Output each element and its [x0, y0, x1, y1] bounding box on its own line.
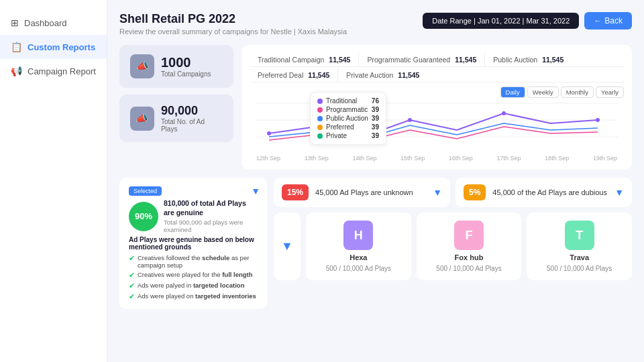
header-right: Date Range | Jan 01, 2022 | Mar 31, 2022… — [423, 12, 632, 29]
filter-monthly[interactable]: Monthly — [561, 86, 594, 98]
selected-badge: Selected — [129, 186, 162, 196]
x-axis-labels: 12th Sep 13th Sep 14th Sep 15th Sep 16th… — [250, 155, 624, 162]
publisher-card-hexa: H Hexa 500 / 10,000 Ad Plays — [306, 213, 411, 280]
sidebar-item-campaign-report[interactable]: 📢 Campaign Report — [0, 59, 107, 83]
sidebar-item-custom-reports[interactable]: 📋 Custom Reports — [0, 35, 107, 59]
reason-2: ✔ Creatives were played for the full len… — [129, 271, 258, 280]
dropdown-arrow-publishers[interactable]: ▼ — [281, 239, 293, 253]
chart-tab-preferred[interactable]: Preferred Deal 11,545 — [250, 68, 338, 82]
dubious-card: 5% 45,000 of the Ad Plays are dubious ▼ — [455, 178, 632, 207]
legend-traditional: Traditional 76 — [317, 97, 379, 105]
check-icon-3: ✔ — [129, 282, 135, 290]
top-section: 📣 1000 Total Campaigns 📣 90,000 Total No… — [119, 45, 632, 170]
adplays-label: Total No. of Ad Plays — [161, 118, 223, 133]
sidebar-item-dashboard[interactable]: ⊞ Dashboard — [0, 11, 107, 35]
right-sub-column: 15% 45,000 Ad Plays are unknown ▼ 5% 45,… — [274, 178, 632, 309]
foxhub-plays: 500 / 10,000 Ad Plays — [436, 265, 501, 272]
legend-public-auction: Public Auction 39 — [317, 115, 379, 122]
reason-4: ✔ Ads were played on targeted inventorie… — [129, 292, 258, 301]
custom-reports-icon: 📋 — [11, 42, 22, 52]
dubious-text: 45,000 of the Ad Plays are dubious — [492, 188, 608, 196]
stat-card-adplays: 📣 90,000 Total No. of Ad Plays — [119, 95, 233, 142]
chart-tab-traditional[interactable]: Traditional Campaign 11,545 — [250, 53, 359, 66]
foxhub-name: Fox hub — [455, 253, 484, 261]
header-left: Shell Retail PG 2022 Review the overall … — [119, 12, 347, 36]
genuine-info: 810,000 of total Ad Plays are genuine To… — [164, 199, 258, 233]
trava-avatar: T — [565, 221, 594, 250]
metrics-row: 15% 45,000 Ad Plays are unknown ▼ 5% 45,… — [274, 178, 632, 207]
hexa-name: Hexa — [350, 253, 367, 261]
dubious-pct-badge: 5% — [464, 184, 486, 200]
main-content: Shell Retail PG 2022 Review the overall … — [107, 0, 644, 362]
adplays-value: 90,000 — [161, 104, 223, 118]
unknown-text: 45,000 Ad Plays are unknown — [315, 188, 426, 196]
svg-point-3 — [267, 131, 271, 135]
chart-tabs-row2: Preferred Deal 11,545 Private Auction 11… — [250, 68, 624, 82]
chart-tabs-row1: Traditional Campaign 11,545 Programmatic… — [250, 53, 624, 67]
dashboard-icon: ⊞ — [11, 17, 19, 28]
reasons-section: Ad Plays were genuine based on below men… — [129, 236, 258, 301]
publisher-card-trava: T Trava 500 / 10,000 Ad Plays — [527, 213, 632, 280]
check-icon-2: ✔ — [129, 271, 135, 280]
campaigns-label: Total Campaigns — [161, 70, 211, 78]
genuine-pct-circle: 90% — [129, 202, 158, 231]
campaign-report-icon: 📢 — [11, 66, 22, 76]
filter-yearly[interactable]: Yearly — [596, 86, 624, 98]
page-subtitle: Review the overall summary of campaigns … — [119, 27, 347, 36]
hexa-plays: 500 / 10,000 Ad Plays — [326, 265, 391, 272]
legend-programmatic: Programmatic 39 — [317, 106, 379, 113]
dropdown-arrow-dubious[interactable]: ▼ — [614, 187, 624, 198]
chart-tab-private-auction[interactable]: Private Auction 11,545 — [338, 68, 427, 82]
filter-weekly[interactable]: Weekly — [527, 86, 559, 98]
time-filter-group: Daily Weekly Monthly Yearly — [500, 86, 624, 98]
genuine-sub: Total 900,000 ad plays were examined — [164, 219, 258, 233]
foxhub-avatar: F — [454, 221, 484, 250]
date-range-badge: Date Range | Jan 01, 2022 | Mar 31, 2022 — [423, 13, 579, 29]
legend-preferred: Preferred 39 — [317, 123, 379, 131]
genuine-header: 90% 810,000 of total Ad Plays are genuin… — [129, 199, 258, 233]
filter-daily[interactable]: Daily — [500, 86, 525, 98]
chart-tab-public-auction[interactable]: Public Auction 11,545 — [485, 53, 572, 66]
stat-card-campaigns: 📣 1000 Total Campaigns — [119, 45, 233, 88]
adplays-icon-box: 📣 — [130, 107, 154, 131]
trava-name: Trava — [570, 253, 589, 261]
genuine-title: 810,000 of total Ad Plays are genuine — [164, 199, 258, 217]
reason-1: ✔ Creatives followed the schedule as per… — [129, 254, 258, 269]
dropdown-arrow-genuine[interactable]: ▼ — [251, 186, 260, 196]
legend-private: Private 39 — [317, 132, 379, 139]
campaigns-stat: 1000 Total Campaigns — [161, 55, 211, 78]
svg-point-5 — [502, 111, 506, 115]
chart-legend-popup: Traditional 76 Programmatic 39 Public Au… — [310, 92, 386, 145]
publisher-card-foxhub: F Fox hub 500 / 10,000 Ad Plays — [417, 213, 522, 280]
adplays-stat: 90,000 Total No. of Ad Plays — [161, 104, 223, 133]
campaigns-value: 1000 — [161, 55, 211, 70]
campaigns-icon-box: 📣 — [130, 54, 154, 78]
reason-3: ✔ Ads were palyed in targeted location — [129, 282, 258, 290]
page-header: Shell Retail PG 2022 Review the overall … — [119, 12, 632, 36]
chart-tab-programmatic[interactable]: Programmatic Guaranteed 11,545 — [359, 53, 485, 66]
dropdown-arrow-unknown[interactable]: ▼ — [433, 187, 442, 198]
trava-plays: 500 / 10,000 Ad Plays — [547, 265, 612, 272]
back-button[interactable]: ← Back — [584, 12, 632, 29]
sidebar: ⊞ Dashboard 📋 Custom Reports 📢 Campaign … — [0, 0, 107, 362]
page-title: Shell Retail PG 2022 — [119, 12, 347, 26]
unknown-card: 15% 45,000 Ad Plays are unknown ▼ — [274, 178, 450, 207]
bottom-row: Selected ▼ 90% 810,000 of total Ad Plays… — [119, 178, 632, 309]
publishers-row: ▼ H Hexa 500 / 10,000 Ad Plays F Fox hub… — [274, 213, 632, 280]
chart-body: Daily Weekly Monthly Yearly Traditional … — [250, 86, 624, 162]
check-icon-4: ✔ — [129, 292, 135, 301]
svg-point-6 — [596, 118, 600, 122]
svg-point-4 — [408, 118, 412, 122]
hexa-avatar: H — [343, 221, 373, 250]
publisher-dropdown[interactable]: ▼ — [274, 213, 301, 280]
unknown-pct-badge: 15% — [282, 184, 309, 200]
stats-column: 📣 1000 Total Campaigns 📣 90,000 Total No… — [119, 45, 233, 170]
reasons-title: Ad Plays were genuine based on below men… — [129, 236, 258, 251]
chart-card: Traditional Campaign 11,545 Programmatic… — [241, 45, 632, 170]
check-icon-1: ✔ — [129, 254, 135, 263]
genuine-card: Selected ▼ 90% 810,000 of total Ad Plays… — [119, 178, 267, 309]
back-arrow-icon: ← — [594, 16, 602, 25]
